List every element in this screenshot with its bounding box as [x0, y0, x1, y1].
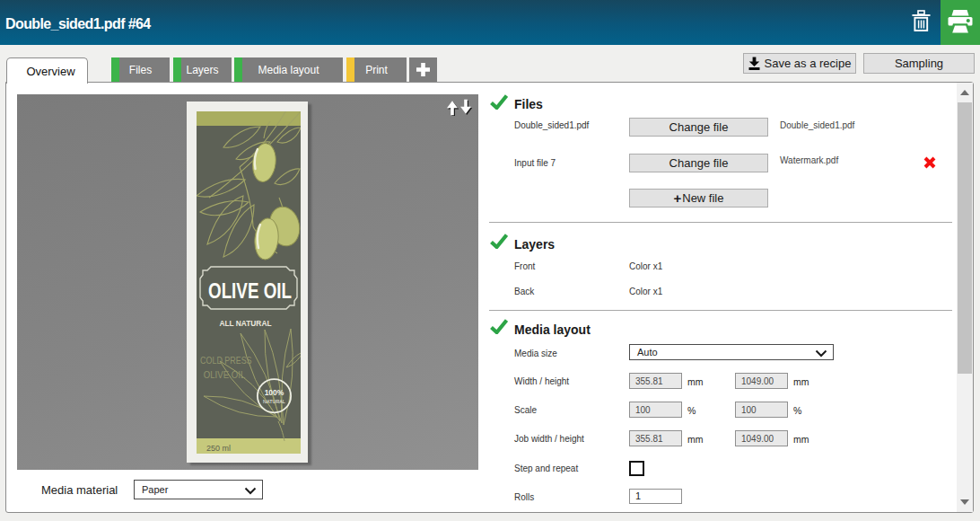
svg-text:250 ml: 250 ml — [206, 444, 231, 453]
svg-text:NATURAL: NATURAL — [263, 399, 285, 404]
svg-text:ALL NATURAL: ALL NATURAL — [220, 319, 272, 328]
svg-text:COLD PRESS: COLD PRESS — [200, 355, 252, 366]
svg-text:OLIVE OIL: OLIVE OIL — [208, 279, 292, 303]
svg-text:100%: 100% — [265, 388, 284, 397]
svg-text:OLIVE OIL: OLIVE OIL — [204, 369, 246, 380]
